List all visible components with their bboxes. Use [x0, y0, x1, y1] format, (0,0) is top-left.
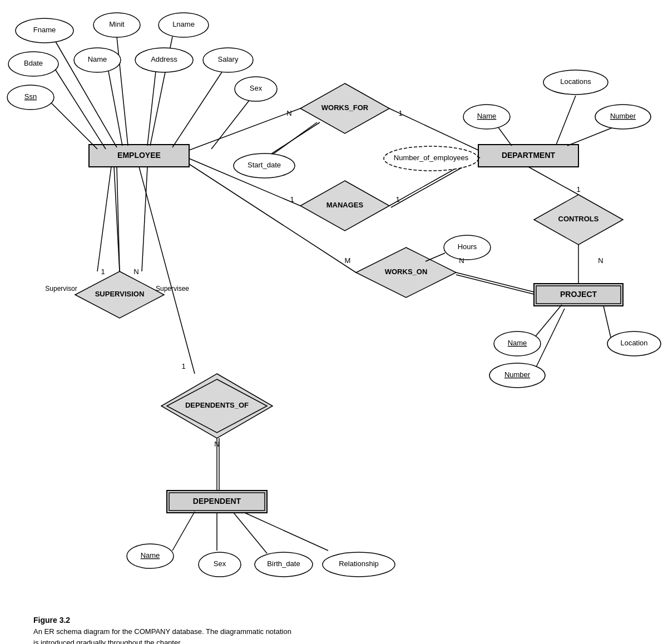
sup-n-label: N [133, 267, 138, 276]
svg-line-20 [53, 66, 106, 149]
ctrl-n-label: N [598, 256, 603, 265]
ctrl-1-label: 1 [576, 185, 580, 194]
proj-location-label: Location [620, 339, 647, 347]
locations-label: Locations [560, 77, 591, 86]
wf-n-label: N [286, 109, 291, 117]
wo-m-label: M [345, 256, 351, 265]
svg-line-31 [534, 305, 562, 338]
department-label: DEPARTMENT [502, 151, 556, 160]
manages-label: MANAGES [326, 201, 364, 209]
supervisee-label: Supervisee [156, 285, 189, 293]
svg-line-28 [498, 127, 512, 146]
sup-1-label: 1 [101, 267, 105, 276]
mg-1a-label: 1 [290, 195, 294, 204]
dep-name-label: Name [141, 551, 160, 559]
dep-relationship-label: Relationship [339, 559, 379, 568]
dependent-label: DEPENDENT [193, 497, 241, 506]
figure-caption: Figure 3.2 An ER schema diagram for the … [17, 609, 350, 644]
controls-label: CONTROLS [558, 215, 599, 223]
svg-line-36 [234, 513, 267, 553]
svg-line-39 [142, 167, 147, 271]
works-for-label: WORKS_FOR [321, 103, 369, 112]
salary-label: Salary [218, 55, 239, 63]
minit-label: Minit [109, 20, 125, 28]
svg-line-8 [528, 167, 578, 195]
svg-line-12 [139, 167, 195, 374]
svg-line-22 [147, 71, 156, 146]
caption-line2: is introduced gradually throughout the c… [33, 638, 182, 645]
svg-line-21 [108, 71, 122, 146]
project-label: PROJECT [560, 290, 597, 299]
works-on-label: WORKS_ON [385, 267, 428, 276]
lname-label: Lname [172, 20, 195, 28]
bdate-label: Bdate [24, 59, 43, 67]
svg-line-27 [556, 96, 576, 145]
svg-line-18 [117, 37, 128, 146]
svg-line-33 [603, 306, 612, 342]
dept-name-label: Name [477, 112, 497, 120]
emp-name-label: Name [88, 55, 107, 63]
svg-line-7 [456, 275, 534, 294]
svg-line-26 [264, 122, 320, 158]
er-diagram-container: .entity-rect { fill: #d0d0d0; stroke: #0… [0, 0, 668, 606]
wo-n-label: N [459, 256, 464, 265]
wf-1-label: 1 [398, 109, 402, 117]
mg-1b-label: 1 [395, 195, 399, 204]
supervision-label: SUPERVISION [95, 290, 145, 298]
dependents-of-label: DEPENDENTS_OF [185, 401, 249, 409]
svg-line-23 [172, 71, 222, 147]
proj-number-label: Number [504, 370, 531, 379]
dep-sex-label: Sex [214, 559, 226, 568]
sex-emp-label: Sex [250, 84, 263, 92]
ssn-label: Ssn [24, 92, 37, 101]
supervisor-label: Supervisor [45, 285, 77, 293]
dep-birthdate-label: Birth_date [267, 559, 300, 568]
proj-name-label: Name [508, 339, 527, 347]
start-date-label: Start_date [248, 161, 281, 169]
address-label: Address [151, 55, 177, 63]
svg-line-34 [172, 512, 195, 551]
caption-line1: An ER schema diagram for the COMPANY dat… [33, 627, 291, 636]
svg-line-38 [97, 167, 111, 271]
svg-line-25 [211, 99, 250, 149]
dept-number-label: Number [610, 112, 636, 120]
svg-line-0 [189, 108, 300, 150]
num-employees-label: Number_of_employees [394, 153, 469, 162]
svg-line-6 [456, 273, 534, 292]
fname-label: Fname [33, 26, 56, 34]
employee-label: EMPLOYEE [117, 151, 161, 160]
svg-line-29 [567, 127, 615, 146]
depof-1-label: 1 [181, 362, 185, 370]
svg-line-30 [425, 253, 445, 261]
hours-label: Hours [458, 242, 477, 251]
figure-title: Figure 3.2 [33, 616, 70, 625]
depof-n-label: N [214, 440, 219, 448]
svg-line-37 [245, 513, 328, 551]
